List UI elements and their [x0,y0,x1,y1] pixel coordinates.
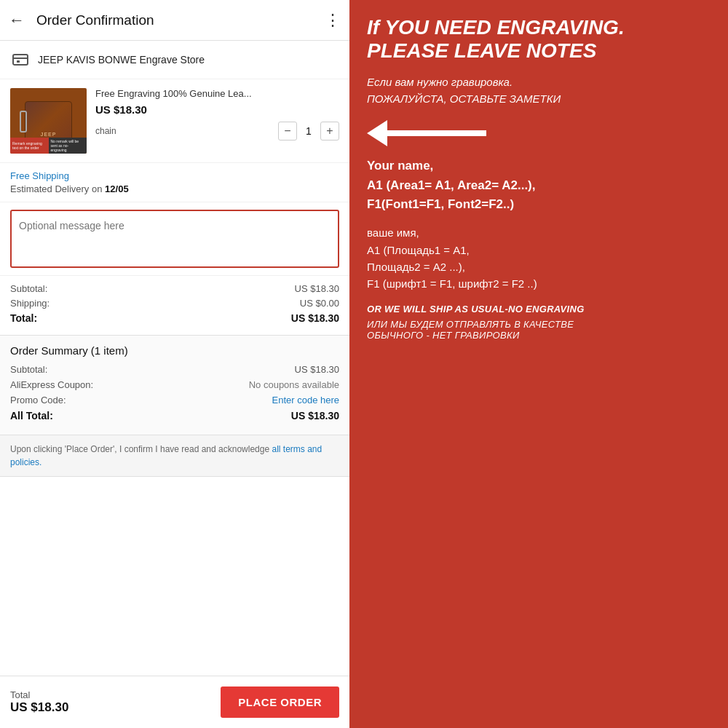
total-label: Total: [10,312,37,324]
arrow-row [367,120,711,146]
shipping-label: Shipping: [10,298,50,309]
product-price: US $18.30 [95,103,339,116]
subtotal-label: Subtotal: [10,283,47,294]
remark-right: No remark will be sent as no-engraving [49,138,87,154]
subtotal-value: US $18.30 [295,283,339,294]
summary-promo-value[interactable]: Enter code here [272,395,339,405]
no-engrave-ru: ИЛИ МЫ БУДЕМ ОТПРАВЛЯТЬ В КАЧЕСТВЕОБЫЧНО… [367,319,711,341]
back-button[interactable]: ← [9,11,25,30]
footer-total-amount: US $18.30 [10,700,68,715]
summary-promo-row: Promo Code: Enter code here [10,395,339,405]
free-shipping-label: Free Shipping [10,170,339,181]
instructions-ru: ваше имя, А1 (Площадь1 = А1, Площадь2 = … [367,224,711,292]
shipping-value: US $0.00 [300,298,339,309]
qty-value: 1 [303,125,314,137]
footer-total: Total US $18.30 [10,689,68,715]
summary-all-total-row: All Total: US $18.30 [10,410,339,422]
store-row: JEEP KAVIS BONWE Engrave Store [0,41,349,79]
qty-control: − 1 + [278,122,339,141]
product-row: JEEP Remark engraving text on the order … [0,79,349,163]
place-order-button[interactable]: PLACE ORDER [221,687,339,718]
order-summary-title: Order Summary (1 item) [10,344,339,357]
svg-rect-2 [17,60,20,63]
message-section [0,202,349,276]
shipping-row: Shipping: US $0.00 [10,298,339,309]
summary-all-total-label: All Total: [10,410,53,422]
terms-section: Upon clicking 'Place Order', I confirm I… [0,435,349,477]
qty-decrease-button[interactable]: − [278,122,297,141]
no-engrave-en: OR WE WILL SHIP AS USUAL-NO ENGRAVING [367,304,711,314]
store-icon [10,50,31,70]
product-image: JEEP Remark engraving text on the order … [10,88,87,154]
total-value: US $18.30 [291,312,339,324]
svg-rect-0 [13,55,28,65]
message-input-wrap [10,210,339,268]
summary-promo-label: Promo Code: [10,395,66,405]
summary-coupon-row: AliExpress Coupon: No coupons available [10,379,339,390]
right-panel: If YOU NEED ENGRAVING. PLEASE LEAVE NOTE… [349,0,728,728]
variant-label: chain [95,126,116,136]
total-row: Total: US $18.30 [10,312,339,324]
summary-subtotal-value: US $18.30 [295,364,339,375]
page-title: Order Confirmation [36,12,325,28]
product-info: Free Engraving 100% Genuine Lea... US $1… [95,88,339,141]
store-name: JEEP KAVIS BONWE Engrave Store [38,54,205,66]
instructions-en: Your name, A1 (Area1= A1, Area2= A2...),… [367,157,711,214]
message-input[interactable] [19,220,331,255]
order-summary-section: Order Summary (1 item) Subtotal: US $18.… [0,336,349,435]
estimated-delivery: Estimated Delivery on 12/05 [10,183,339,194]
product-title: Free Engraving 100% Genuine Lea... [95,88,339,100]
summary-subtotal-row: Subtotal: US $18.30 [10,364,339,375]
left-panel: ← Order Confirmation ⋮ JEEP KAVIS BONWE … [0,0,349,728]
arrow-icon [367,120,486,146]
footer-total-label: Total [10,689,68,700]
summary-subtotal-label: Subtotal: [10,364,47,375]
footer: Total US $18.30 PLACE ORDER [0,676,349,728]
summary-coupon-value: No coupons available [249,379,339,390]
engraving-title: If YOU NEED ENGRAVING. PLEASE LEAVE NOTE… [367,16,711,63]
subtotal-row: Subtotal: US $18.30 [10,283,339,294]
shipping-section: Free Shipping Estimated Delivery on 12/0… [0,163,349,202]
qty-increase-button[interactable]: + [320,122,339,141]
remark-left: Remark engraving text on the order [10,138,49,154]
summary-coupon-label: AliExpress Coupon: [10,379,93,390]
totals-section: Subtotal: US $18.30 Shipping: US $0.00 T… [0,276,349,336]
more-options-button[interactable]: ⋮ [325,11,341,30]
terms-text: Upon clicking 'Place Order', I confirm I… [10,443,339,469]
header: ← Order Confirmation ⋮ [0,0,349,41]
summary-all-total-value: US $18.30 [291,410,339,422]
engraving-subtitle-ru: Если вам нужно гравировка. ПОЖАЛУЙСТА, О… [367,74,711,107]
variant-qty-row: chain − 1 + [95,122,339,141]
